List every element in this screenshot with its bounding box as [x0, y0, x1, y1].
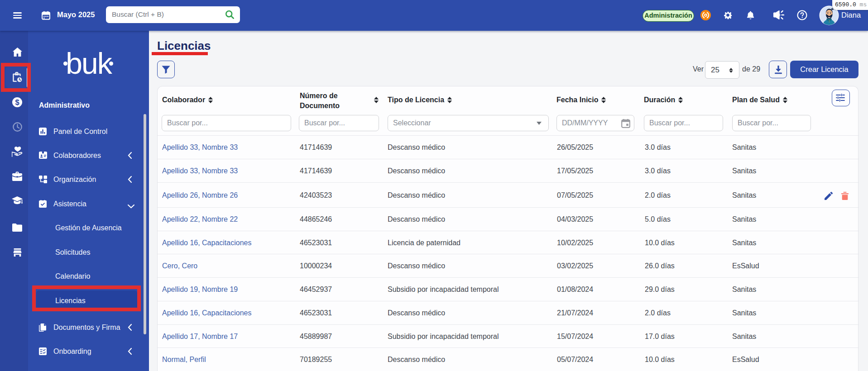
- svg-text:$: $: [15, 98, 19, 106]
